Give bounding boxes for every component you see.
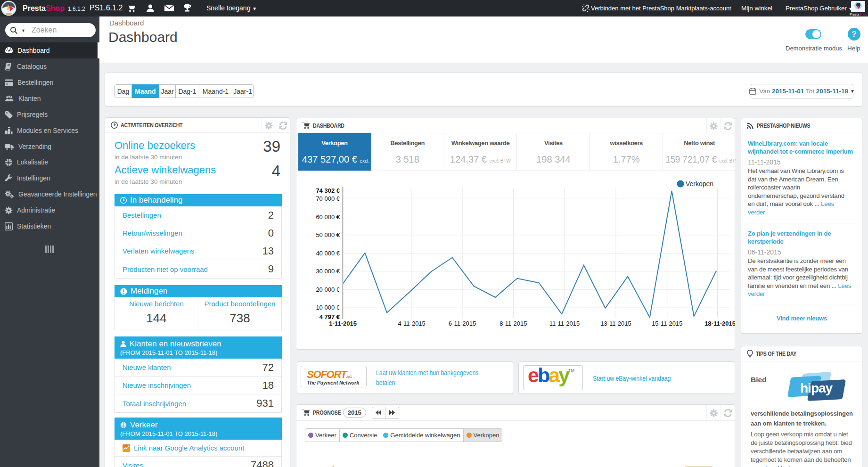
svg-text:8-11-2015: 8-11-2015 <box>500 320 527 327</box>
svg-text:4 797 €: 4 797 € <box>319 313 340 320</box>
svg-text:10 000 €: 10 000 € <box>316 304 340 311</box>
svg-text:60 000 €: 60 000 € <box>316 213 340 221</box>
svg-text:11-11-2015: 11-11-2015 <box>549 320 580 327</box>
svg-text:1-11-2015: 1-11-2015 <box>329 320 357 327</box>
svg-text:40 000 €: 40 000 € <box>316 250 340 257</box>
svg-text:30 000 €: 30 000 € <box>316 268 340 275</box>
svg-text:4-11-2015: 4-11-2015 <box>398 320 426 327</box>
svg-text:74 302 €: 74 302 € <box>316 187 340 194</box>
svg-text:15-11-2015: 15-11-2015 <box>652 320 683 327</box>
svg-text:Verkopen: Verkopen <box>686 180 713 188</box>
svg-text:50 000 €: 50 000 € <box>316 231 340 238</box>
svg-text:70 000 €: 70 000 € <box>316 195 340 202</box>
svg-text:13-11-2015: 13-11-2015 <box>600 320 631 327</box>
svg-text:18-11-2015: 18-11-2015 <box>704 320 735 327</box>
svg-text:6-11-2015: 6-11-2015 <box>449 320 476 327</box>
svg-text:20 000 €: 20 000 € <box>316 286 340 293</box>
